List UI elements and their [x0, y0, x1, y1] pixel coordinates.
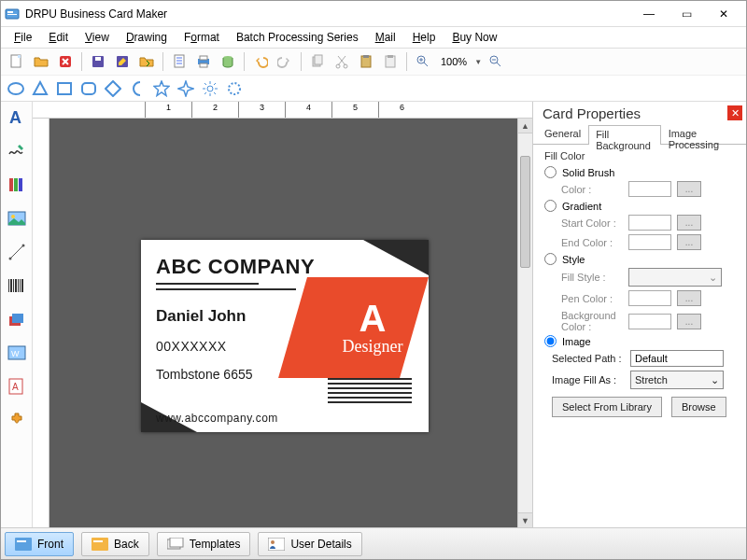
zoom-out-icon[interactable] [486, 51, 506, 72]
image-tool-icon[interactable] [7, 208, 27, 229]
radio-gradient-input[interactable] [544, 200, 557, 212]
vertical-ruler [33, 119, 49, 527]
menu-view[interactable]: View [78, 29, 117, 46]
menu-format[interactable]: Format [176, 29, 227, 46]
end-color-picker-button[interactable]: ... [677, 234, 701, 250]
close-button[interactable]: ✕ [705, 2, 742, 26]
select-from-library-button[interactable]: Select From Library [552, 397, 662, 417]
tab-templates[interactable]: Templates [157, 532, 251, 556]
save-icon[interactable] [88, 51, 108, 72]
zoom-level[interactable]: 100% [437, 56, 471, 67]
document-icon[interactable] [169, 51, 190, 72]
fill-style-select[interactable]: ⌄ [628, 268, 722, 287]
delete-icon[interactable] [55, 51, 76, 72]
tab-general[interactable]: General [537, 124, 588, 144]
watermark-tool-icon[interactable]: W [7, 343, 27, 363]
app-icon [5, 7, 20, 21]
scroll-up-icon[interactable]: ▲ [518, 119, 532, 133]
left-toolbar: A W A [1, 102, 33, 527]
redo-icon[interactable] [275, 51, 295, 72]
start-color-swatch [628, 215, 671, 231]
cut-icon[interactable] [331, 51, 352, 72]
workarea: A W A 1 2 3 4 5 6 [1, 102, 746, 527]
panel-title: Card Properties [543, 105, 641, 121]
rounded-rect-icon[interactable] [79, 79, 98, 98]
tab-user-details[interactable]: User Details [258, 532, 361, 556]
canvas[interactable]: ABC COMPANY Daniel John 00XXXXXX Tombsto… [33, 119, 532, 527]
menu-buy[interactable]: Buy Now [444, 29, 504, 46]
card-phone: 00XXXXXX [156, 339, 227, 354]
triangle-icon[interactable] [31, 79, 49, 98]
svg-point-34 [11, 215, 15, 218]
radio-solid-brush-input[interactable] [544, 166, 557, 178]
scroll-down-icon[interactable]: ▼ [518, 512, 532, 527]
panel-header: Card Properties ✕ [533, 102, 746, 124]
radio-style[interactable]: Style [541, 252, 739, 266]
new-file-icon[interactable] [7, 51, 27, 72]
menu-edit[interactable]: Edit [41, 29, 76, 46]
tab-fill-background[interactable]: Fill Background [588, 125, 660, 145]
business-card[interactable]: ABC COMPANY Daniel John 00XXXXXX Tombsto… [141, 240, 429, 432]
database-icon[interactable] [218, 51, 238, 72]
zoom-dropdown-icon[interactable]: ▼ [474, 58, 482, 66]
rectangle-icon[interactable] [55, 79, 74, 98]
radio-image[interactable]: Image [541, 334, 739, 348]
scroll-thumb[interactable] [520, 156, 530, 268]
svg-point-35 [8, 258, 11, 260]
main-toolbar: 100% ▼ [1, 48, 746, 76]
tab-back[interactable]: Back [81, 532, 149, 556]
radio-gradient[interactable]: Gradient [541, 199, 739, 213]
moon-icon[interactable] [128, 79, 147, 98]
ellipse-icon[interactable] [7, 79, 25, 98]
card-divider [156, 288, 296, 290]
radio-image-input[interactable] [544, 335, 557, 347]
color-picker-button[interactable]: ... [677, 181, 701, 197]
horizontal-ruler: 1 2 3 4 5 6 [33, 102, 532, 119]
text-tool-icon[interactable]: A [7, 107, 27, 128]
line-tool-icon[interactable] [7, 242, 27, 262]
image-fill-as-select[interactable]: Stretch⌄ [630, 371, 724, 389]
zoom-in-icon[interactable] [413, 51, 433, 72]
menu-drawing[interactable]: Drawing [119, 29, 175, 46]
star5-icon[interactable] [152, 79, 171, 98]
diamond-icon[interactable] [104, 79, 122, 98]
menu-mail[interactable]: Mail [368, 29, 403, 46]
minimize-button[interactable]: — [630, 2, 668, 26]
card-divider [156, 283, 259, 285]
star4-icon[interactable] [176, 79, 195, 98]
export-folder-icon[interactable] [136, 51, 157, 72]
vertical-scrollbar[interactable]: ▲ ▼ [517, 119, 532, 527]
menubar: File Edit View Drawing Format Batch Proc… [1, 27, 746, 48]
bg-color-picker-button[interactable]: ... [677, 314, 701, 329]
layers-tool-icon[interactable] [7, 309, 27, 329]
selected-path-input[interactable] [630, 350, 724, 367]
menu-batch[interactable]: Batch Processing Series [229, 29, 366, 46]
signature-tool-icon[interactable] [7, 141, 27, 161]
gear-icon[interactable] [225, 79, 244, 98]
paste-icon[interactable] [356, 51, 376, 72]
plugin-tool-icon[interactable] [7, 410, 27, 430]
template-tool-icon[interactable]: A [7, 376, 27, 397]
copy-icon[interactable] [307, 51, 328, 72]
open-folder-icon[interactable] [31, 51, 51, 72]
radio-style-input[interactable] [544, 253, 557, 265]
save-edit-icon[interactable] [112, 51, 133, 72]
library-tool-icon[interactable] [7, 175, 27, 195]
clipboard-icon[interactable] [380, 51, 401, 72]
burst-icon[interactable] [201, 79, 219, 98]
print-icon[interactable] [193, 51, 214, 72]
start-color-picker-button[interactable]: ... [677, 215, 701, 231]
front-icon [15, 538, 32, 551]
menu-file[interactable]: File [7, 29, 39, 46]
barcode-tool-icon[interactable] [7, 275, 27, 296]
pen-color-picker-button[interactable]: ... [677, 290, 701, 306]
maximize-button[interactable]: ▭ [668, 2, 705, 26]
card-address: Tombstone 6655 [156, 367, 253, 382]
tab-image-processing[interactable]: Image Processing [661, 124, 742, 144]
menu-help[interactable]: Help [405, 29, 444, 46]
radio-solid-brush[interactable]: Solid Brush [541, 165, 739, 179]
undo-icon[interactable] [250, 51, 271, 72]
panel-close-button[interactable]: ✕ [727, 105, 742, 120]
browse-button[interactable]: Browse [671, 397, 726, 417]
tab-front[interactable]: Front [5, 532, 74, 556]
